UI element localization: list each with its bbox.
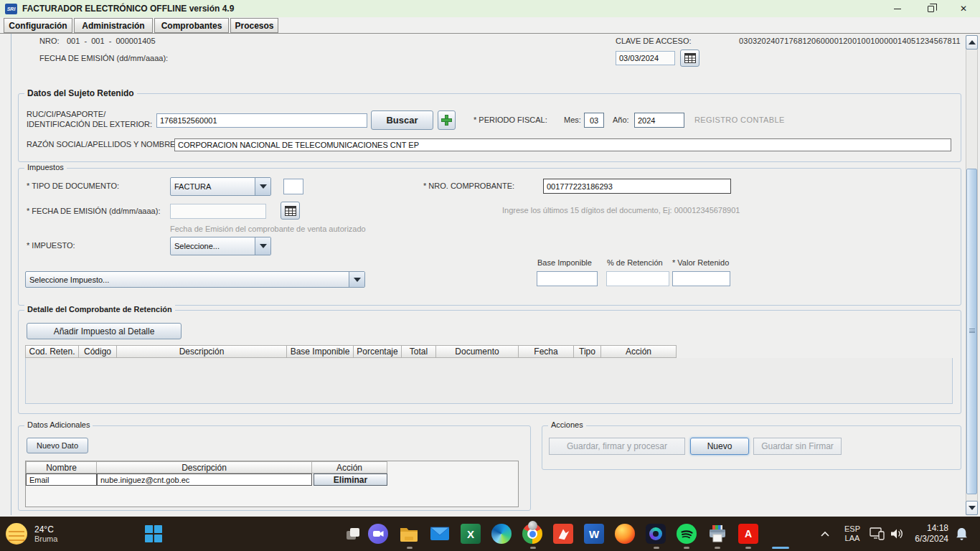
clave-acceso-label: CLAVE DE ACCESO: [616,37,692,45]
mes-input[interactable]: 03 [584,113,604,128]
notifications-button[interactable] [953,525,970,542]
restore-icon [928,6,934,12]
anadir-impuesto-button[interactable]: Añadir Impuesto al Detalle [27,323,182,339]
eliminar-button[interactable]: Eliminar [314,474,387,486]
impuesto-detalle-combo[interactable]: Seleccione Impuesto... [25,271,365,288]
spotify-button[interactable] [677,524,697,544]
language-indicator[interactable]: ESP LAA [839,524,865,543]
network-button[interactable] [868,526,887,542]
tray-overflow-button[interactable] [818,527,832,541]
tipo-documento-label: * TIPO DE DOCUMENTO: [27,182,119,190]
foxit-pdf-button[interactable] [553,524,573,544]
column-header[interactable]: Porcentaje [354,345,402,358]
dato-nombre-cell[interactable]: Email [26,474,97,486]
chevron-down-icon [255,178,270,195]
razon-social-input[interactable]: CORPORACION NACIONAL DE TELECOMUNICACION… [174,138,951,151]
calendar-grid-icon [684,53,696,63]
excel-icon: X [461,524,481,544]
scroll-down-button[interactable] [966,501,978,515]
tipo-documento-combo[interactable]: FACTURA [170,177,271,196]
add-sujeto-button[interactable] [438,110,456,130]
clock-date: 6/3/2024 [915,534,948,545]
word-icon: W [584,524,604,544]
printer-button[interactable] [707,524,727,544]
impuesto-combo[interactable]: Seleccione... [170,237,271,255]
chat-app-button[interactable] [368,524,388,544]
ruc-input[interactable]: 1768152560001 [156,113,367,128]
guardar-firmar-procesar-button[interactable]: Guardar, firmar y procesar [549,438,685,455]
column-header[interactable]: Tipo [574,345,601,358]
column-header[interactable]: Total [402,345,436,358]
valor-retenido-input[interactable] [672,271,730,286]
column-header[interactable]: Nombre [26,461,97,474]
column-header[interactable]: Acción [312,461,387,474]
column-header[interactable]: Descripción [117,345,287,358]
detalle-table-header: Cod. Reten. Código Descripción Base Impo… [25,345,953,358]
scroll-up-button[interactable] [966,35,978,50]
dato-descripcion-cell[interactable]: nube.iniguez@cnt.gob.ec [97,474,312,486]
menu-procesos[interactable]: Procesos [230,18,278,33]
minimize-button[interactable] [881,0,914,17]
menu-comprobantes[interactable]: Comprobantes [154,18,229,33]
video-chat-icon [368,524,388,544]
firefox-icon [615,524,635,544]
acciones-title: Acciones [548,420,586,429]
word-button[interactable]: W [584,524,604,544]
start-button[interactable] [143,524,164,544]
hint-fecha-emision: Fecha de Emisión del comprobante de vent… [170,225,366,233]
mes-label: Mes: [564,116,581,124]
column-header[interactable]: Fecha [519,345,574,358]
calendar-button-header[interactable] [680,50,699,67]
acrobat-button[interactable]: A [738,524,758,544]
webex-button[interactable] [646,524,666,544]
fecha-emision-impuesto-input[interactable] [170,204,266,219]
firefox-button[interactable] [615,524,635,544]
restore-button[interactable] [914,0,947,17]
task-view-button[interactable] [343,524,363,544]
hint-ultimos-digitos: Ingrese los últimos 15 dígitos del docum… [502,206,740,215]
network-display-icon [870,527,885,541]
nuevo-dato-button[interactable]: Nuevo Dato [27,438,88,453]
fecha-emision-input[interactable]: 03/03/2024 [616,51,675,65]
weather-widget[interactable]: 24°C Bruma [6,518,135,550]
column-header[interactable]: Descripción [97,461,312,474]
base-imponible-input[interactable] [537,271,598,286]
menu-administracion[interactable]: Administración [74,18,153,33]
edge-button[interactable] [491,524,512,544]
buscar-button[interactable]: Buscar [371,110,433,130]
detalle-retencion-title: Detalle del Comprobante de Retención [24,305,175,314]
plus-icon [441,115,452,126]
excel-button[interactable]: X [461,524,481,544]
column-header[interactable]: Cod. Reten. [25,345,79,358]
mail-app-button[interactable] [430,525,450,542]
calendar-button-impuesto[interactable] [281,202,300,220]
chevron-down-icon [255,237,270,255]
lang-line1: ESP [844,524,860,534]
nro-comprobante-label: * NRO. COMPROBANTE: [423,182,514,190]
porcentaje-retencion-input[interactable] [606,271,669,286]
column-header[interactable]: Código [79,345,117,358]
volume-button[interactable] [888,526,905,542]
calendar-grid-icon [285,206,296,216]
column-header[interactable]: Acción [601,345,677,358]
window-title: FACTURADOR ELECTRÓNICO OFFLINE versión 4… [22,4,234,14]
fecha-emision-label: FECHA DE EMISIÓN (dd/mm/aaaa): [39,54,168,62]
valor-retenido-label: * Valor Retenido [672,258,729,267]
nro-comprobante-input[interactable]: 001777223186293 [543,179,731,194]
documento-flag-box[interactable] [283,179,303,194]
nuevo-button[interactable]: Nuevo [690,438,749,455]
column-header[interactable]: Base Imponible [287,345,354,358]
anio-input[interactable]: 2024 [634,113,684,128]
clave-acceso-value: 0303202407176812060000120010010000014051… [739,37,961,45]
column-header[interactable]: Documento [436,345,519,358]
clock-widget[interactable]: 14:18 6/3/2024 [905,523,948,545]
running-indicator [530,547,536,549]
file-explorer-button[interactable] [399,524,419,544]
close-button[interactable]: ✕ [947,0,980,17]
chrome-button[interactable] [522,524,542,544]
guardar-sin-firmar-button[interactable]: Guardar sin Firmar [753,438,842,455]
menu-configuracion[interactable]: Configuración [4,18,72,33]
weather-temp: 24°C [34,524,57,534]
scrollbar-thumb[interactable] [966,169,977,494]
scrollpane-border [11,34,11,515]
